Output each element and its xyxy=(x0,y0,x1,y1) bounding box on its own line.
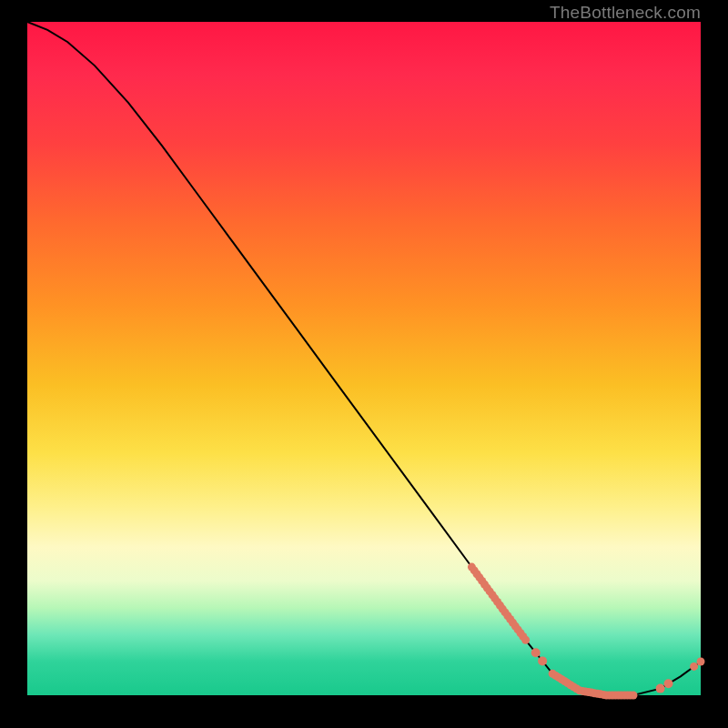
gradient-plot-area xyxy=(27,22,701,695)
data-markers xyxy=(468,563,705,700)
data-marker xyxy=(521,636,530,644)
data-marker xyxy=(664,679,673,688)
data-marker xyxy=(690,662,698,671)
bottleneck-curve xyxy=(27,22,701,695)
data-marker xyxy=(697,658,705,666)
data-marker xyxy=(656,684,665,693)
chart-stage: TheBottleneck.com xyxy=(0,0,728,728)
data-marker xyxy=(538,656,547,665)
plot-overlay xyxy=(27,22,701,695)
attribution-text: TheBottleneck.com xyxy=(550,3,701,23)
data-marker xyxy=(630,692,638,700)
data-marker xyxy=(531,648,541,657)
